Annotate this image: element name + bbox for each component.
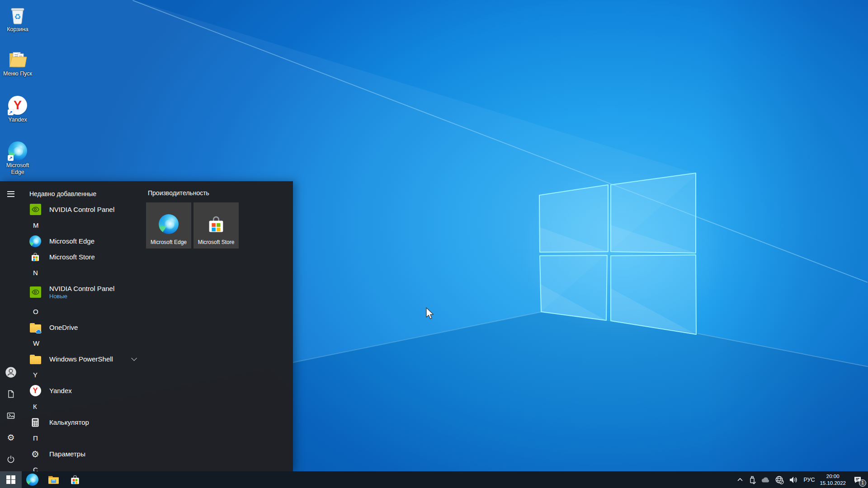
app-label: Microsoft Edge — [49, 237, 94, 245]
store-icon — [29, 251, 41, 263]
user-avatar-icon — [5, 366, 17, 378]
nvidia-icon — [29, 204, 41, 216]
tile-group-header[interactable]: Производительность — [148, 189, 209, 197]
chevron-down-icon[interactable] — [131, 355, 137, 361]
documents-button[interactable] — [0, 383, 22, 405]
power-button[interactable] — [0, 448, 22, 470]
system-tray: РУС 20:00 15.10.2022 1 — [736, 471, 868, 488]
letter-header-С[interactable]: С — [22, 462, 146, 471]
documents-folder-icon — [7, 49, 28, 70]
app-label: OneDrive — [49, 324, 78, 332]
tile-label: Microsoft Store — [195, 239, 237, 245]
svg-text:♻: ♻ — [14, 13, 21, 21]
nvidia-icon — [29, 286, 41, 298]
gear-icon: ⚙ — [7, 433, 14, 442]
document-icon — [6, 389, 15, 399]
desktop-icon-edge[interactable]: ↗ Microsoft Edge — [1, 141, 34, 176]
letter-header-label: N — [33, 269, 38, 277]
letter-header-label: Y — [33, 371, 38, 379]
desktop-icon-menu-pusk[interactable]: Меню Пуск — [1, 49, 34, 77]
taskbar-clock[interactable]: 20:00 15.10.2022 — [820, 473, 846, 487]
desktop-icon-yandex[interactable]: Y ↗ Yandex — [1, 95, 34, 123]
letter-header-label: O — [33, 308, 38, 315]
windows-logo-wallpaper — [538, 171, 698, 336]
taskbar-store-button[interactable] — [64, 471, 85, 488]
letter-header-M[interactable]: M — [22, 217, 146, 233]
start-menu-app-onedrive[interactable]: OneDrive — [22, 319, 146, 335]
taskbar-file-explorer-button[interactable] — [43, 471, 64, 488]
microsoft-edge-icon: ↗ — [7, 141, 28, 161]
pictures-icon — [6, 411, 15, 420]
desktop-icon-label: Меню Пуск — [3, 70, 32, 77]
hamburger-icon — [7, 191, 14, 197]
desktop-icon-label: Microsoft Edge — [1, 162, 34, 176]
power-icon — [6, 455, 15, 464]
desktop-icon-label: Yandex — [8, 117, 27, 123]
folder-icon — [29, 353, 41, 365]
start-menu-app-list: Недавно добавленныеNVIDIA Control PanelM… — [22, 181, 146, 471]
start-menu-app-nvidia-control-panel[interactable]: NVIDIA Control Panel — [22, 202, 146, 217]
start-menu-panel: ⚙ Недавно добавленныеNVIDIA Control Pane… — [0, 181, 293, 471]
letter-header-label: П — [33, 434, 38, 442]
start-menu-app-windows-powershell[interactable]: Windows PowerShell — [22, 351, 146, 367]
calculator-icon — [29, 417, 41, 428]
tray-onedrive-cloud-icon[interactable] — [760, 476, 770, 483]
section-header-label: Недавно добавленные — [29, 190, 96, 197]
microsoft-store-icon — [206, 214, 226, 235]
taskbar-edge-button[interactable] — [22, 471, 43, 488]
clock-time: 20:00 — [820, 473, 846, 480]
letter-header-Y[interactable]: Y — [22, 367, 146, 383]
letter-header-label: К — [33, 403, 37, 410]
microsoft-edge-icon — [159, 214, 179, 234]
onedrive-icon — [29, 322, 41, 333]
start-menu-app-yandex[interactable]: YYandex — [22, 383, 146, 399]
app-label: Windows PowerShell — [49, 355, 113, 363]
app-label: Microsoft Store — [49, 253, 95, 261]
letter-header-O[interactable]: O — [22, 304, 146, 319]
action-center-button[interactable]: 1 — [850, 473, 865, 487]
letter-header-label: M — [33, 221, 39, 229]
app-label: Параметры — [49, 450, 85, 458]
tray-usb-icon[interactable] — [748, 475, 756, 484]
tile-label: Microsoft Edge — [148, 239, 189, 245]
yandex-icon: Y — [29, 385, 41, 397]
pictures-button[interactable] — [0, 405, 22, 427]
start-menu-app-microsoft-edge[interactable]: Microsoft Edge — [22, 233, 146, 249]
settings-button[interactable]: ⚙ — [0, 427, 22, 448]
start-button[interactable] — [0, 471, 22, 488]
app-label: NVIDIA Control Panel — [49, 285, 114, 293]
hamburger-menu-button[interactable] — [0, 183, 22, 205]
app-label: NVIDIA Control Panel — [49, 206, 114, 214]
app-label: Калькулятор — [49, 418, 89, 427]
desktop-icon-recycle-bin[interactable]: ♻ Корзина — [1, 5, 34, 33]
letter-header-label: W — [33, 339, 39, 347]
clock-date: 15.10.2022 — [820, 480, 846, 487]
letter-header-П[interactable]: П — [22, 430, 146, 446]
file-explorer-icon — [47, 474, 60, 486]
new-badge: Новые — [49, 293, 114, 300]
start-menu-app-параметры[interactable]: ⚙Параметры — [22, 446, 146, 462]
windows-logo-icon — [6, 475, 15, 484]
tile-microsoft-edge[interactable]: Microsoft Edge — [146, 202, 191, 249]
language-indicator[interactable]: РУС — [802, 477, 816, 483]
tray-network-globe-offline-icon[interactable] — [774, 475, 784, 485]
edge-icon — [29, 235, 41, 247]
start-menu-app-калькулятор[interactable]: Калькулятор — [22, 414, 146, 430]
user-account-button[interactable] — [0, 361, 22, 383]
tray-volume-icon[interactable] — [788, 475, 798, 484]
tile-microsoft-store[interactable]: Microsoft Store — [193, 202, 239, 249]
desktop-icon-label: Корзина — [7, 26, 28, 33]
letter-header-W[interactable]: W — [22, 335, 146, 351]
letter-header-К[interactable]: К — [22, 399, 146, 414]
start-menu-rail: ⚙ — [0, 181, 22, 471]
recently-added-header: Недавно добавленные — [22, 186, 146, 202]
settings-icon: ⚙ — [29, 448, 41, 460]
letter-header-label: С — [33, 466, 38, 471]
letter-header-N[interactable]: N — [22, 265, 146, 281]
start-menu-app-nvidia-control-panel[interactable]: NVIDIA Control PanelНовые — [22, 281, 146, 304]
shortcut-arrow-icon: ↗ — [8, 155, 14, 161]
tray-chevron-up-icon[interactable] — [736, 476, 744, 484]
notification-badge: 1 — [859, 479, 866, 487]
app-label: Yandex — [49, 387, 72, 395]
start-menu-app-microsoft-store[interactable]: Microsoft Store — [22, 249, 146, 265]
